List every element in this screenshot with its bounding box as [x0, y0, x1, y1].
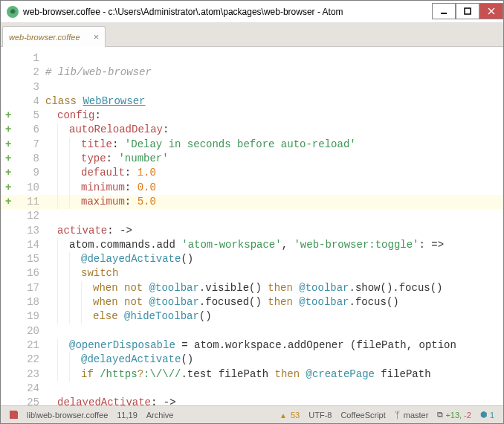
code-line[interactable]	[45, 382, 503, 396]
code-line[interactable]: @delayedActivate()	[45, 252, 503, 266]
window-controls	[432, 4, 503, 19]
window-title: web-browser.coffee - c:\Users\Administra…	[23, 7, 432, 17]
code-line[interactable]	[45, 51, 503, 65]
code-line[interactable]: title: 'Delay in seconds before auto-rel…	[45, 138, 503, 152]
code-line[interactable]	[45, 324, 503, 338]
line-number[interactable]: 25	[1, 396, 45, 405]
code-line[interactable]: @openerDisposable = atom.workspace.addOp…	[45, 338, 503, 353]
line-number[interactable]: 22	[1, 353, 45, 367]
code-line[interactable]: if /https?:\/\//.test filePath then @cre…	[45, 367, 503, 382]
line-number[interactable]: 24	[1, 382, 45, 396]
line-number[interactable]: 9	[1, 166, 45, 180]
status-grammar[interactable]: CoffeeScript	[340, 411, 385, 420]
line-number[interactable]: 5	[1, 109, 45, 123]
code-line[interactable]: default: 1.0	[45, 166, 503, 180]
titlebar: ✺ web-browser.coffee - c:\Users\Administ…	[1, 1, 503, 23]
tab-active[interactable]: web-browser.coffee ×	[2, 26, 106, 47]
code-line[interactable]: config:	[45, 109, 503, 123]
code-line[interactable]: when not @toolbar.focused() then @toolba…	[45, 295, 503, 309]
code-line[interactable]: when not @toolbar.visible() then @toolba…	[45, 281, 503, 295]
line-number[interactable]: 11	[1, 195, 45, 209]
line-number[interactable]: 4	[1, 94, 45, 109]
code-line[interactable]: delayedActivate: ->	[45, 396, 503, 405]
code-line[interactable]: switch	[45, 266, 503, 280]
line-number[interactable]: 16	[1, 266, 45, 280]
status-branch[interactable]: master	[395, 410, 429, 420]
status-warnings[interactable]: 53	[280, 411, 300, 420]
status-disk-icon	[10, 411, 18, 419]
gutter[interactable]: 1234567891011121314151617181920212223242…	[1, 47, 45, 405]
line-number[interactable]: 2	[1, 65, 45, 80]
diff-icon	[437, 410, 443, 420]
atom-app-icon: ✺	[7, 6, 19, 18]
tab-bar: web-browser.coffee ×	[1, 23, 503, 47]
line-number[interactable]: 3	[1, 80, 45, 94]
close-button[interactable]	[479, 3, 503, 19]
line-number[interactable]: 13	[1, 224, 45, 238]
line-number[interactable]: 19	[1, 309, 45, 324]
line-number[interactable]: 17	[1, 281, 45, 295]
warning-icon	[280, 411, 288, 420]
status-file-path[interactable]: lib\web-browser.coffee	[27, 411, 108, 420]
code-line[interactable]: type: 'number'	[45, 152, 503, 166]
line-number[interactable]: 6	[1, 123, 45, 137]
code-line[interactable]: @delayedActivate()	[45, 353, 503, 367]
maximize-button[interactable]	[456, 3, 479, 19]
line-number[interactable]: 23	[1, 367, 45, 382]
editor[interactable]: 1234567891011121314151617181920212223242…	[1, 47, 503, 405]
line-number[interactable]: 8	[1, 152, 45, 166]
code-line[interactable]: # lib/web-browser	[45, 65, 503, 80]
line-number[interactable]: 20	[1, 324, 45, 338]
status-git-diff[interactable]: +13, -2	[437, 410, 471, 420]
status-bar: lib\web-browser.coffee 11,19 Archive 53 …	[1, 405, 503, 423]
svg-rect-1	[465, 8, 471, 14]
minimize-button[interactable]	[432, 3, 456, 19]
code-line[interactable]: class WebBrowser	[45, 94, 503, 109]
code-line[interactable]: else @hideToolbar()	[45, 309, 503, 324]
line-number[interactable]: 18	[1, 295, 45, 309]
code-line[interactable]	[45, 209, 503, 223]
status-cursor-position[interactable]: 11,19	[117, 411, 138, 420]
code-line[interactable]: atom.commands.add 'atom-workspace', 'web…	[45, 238, 503, 252]
package-icon	[480, 410, 488, 420]
branch-icon	[395, 410, 401, 420]
line-number[interactable]: 10	[1, 181, 45, 195]
code-line[interactable]: maximum: 5.0	[45, 195, 503, 209]
line-number[interactable]: 21	[1, 338, 45, 353]
line-number[interactable]: 12	[1, 209, 45, 223]
code-line[interactable]	[45, 80, 503, 94]
line-number[interactable]: 1	[1, 51, 45, 65]
code-line[interactable]: activate: ->	[45, 224, 503, 238]
tab-close-icon[interactable]: ×	[94, 31, 100, 42]
code-line[interactable]: autoReloadDelay:	[45, 123, 503, 137]
status-packages[interactable]: 1	[480, 410, 494, 420]
line-number[interactable]: 7	[1, 138, 45, 152]
status-encoding[interactable]: UTF-8	[308, 411, 332, 420]
tab-title: web-browser.coffee	[9, 33, 80, 42]
code-line[interactable]: minimum: 0.0	[45, 181, 503, 195]
code-area[interactable]: # lib/web-browserclass WebBrowserconfig:…	[45, 47, 503, 405]
line-number[interactable]: 15	[1, 252, 45, 266]
status-archive[interactable]: Archive	[146, 411, 174, 420]
line-number[interactable]: 14	[1, 238, 45, 252]
